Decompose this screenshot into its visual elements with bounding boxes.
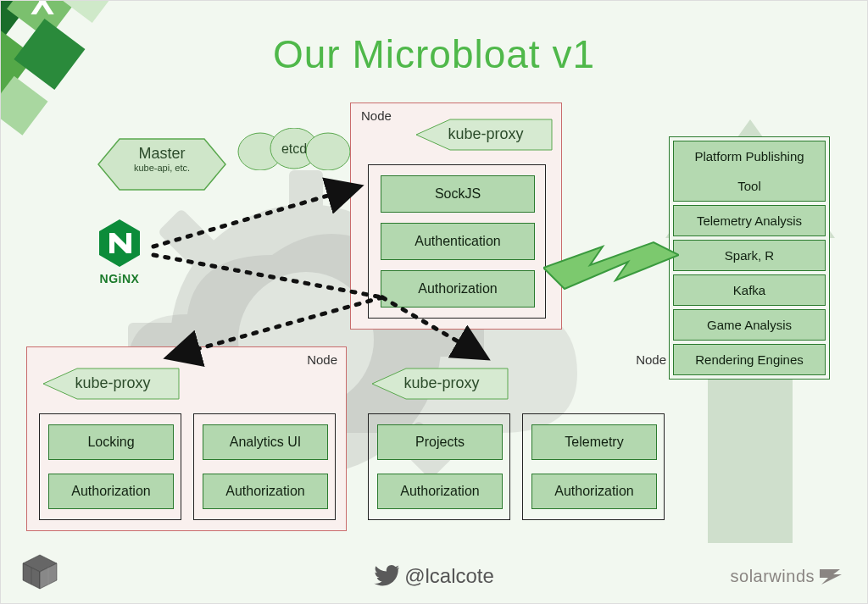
node-bottom-left: Node kube-proxy Locking Authorization An…: [26, 346, 347, 531]
routing-arrows: [145, 170, 509, 374]
service-box: Telemetry: [531, 424, 657, 460]
svg-line-31: [382, 297, 484, 357]
slide-title: Our Microbloat v1: [273, 31, 595, 77]
service-box: Authorization: [48, 474, 174, 509]
lightning-bolt-icon: [543, 230, 679, 314]
svg-text:X: X: [31, 0, 54, 22]
twitter-handle: @lcalcote: [374, 564, 494, 588]
node-label: Node: [361, 108, 392, 123]
vendor-logo: solarwinds: [731, 567, 842, 586]
stack-item: Platform Publishing: [673, 141, 826, 171]
svg-line-29: [153, 255, 382, 297]
solarwinds-flag-icon: [818, 568, 842, 586]
nginx-word: NGiNX: [86, 272, 153, 285]
etcd-shape: etcd: [235, 128, 353, 170]
pod: Analytics UI Authorization: [193, 413, 336, 520]
etcd-label: etcd: [281, 141, 307, 156]
node-label: Node: [636, 352, 666, 367]
stack-item: Game Analysis: [673, 309, 826, 341]
svg-rect-3: [14, 19, 85, 90]
svg-line-28: [153, 187, 357, 247]
svg-point-21: [306, 133, 350, 170]
analysis-stack: Platform Publishing Tool Telemetry Analy…: [669, 136, 830, 380]
pod: Telemetry Authorization: [522, 413, 665, 520]
kube-proxy-label: kube-proxy: [412, 117, 556, 151]
stack-item: Tool: [673, 171, 826, 202]
stack-item: Kafka: [673, 274, 826, 306]
stack-item: Telemetry Analysis: [673, 205, 826, 236]
stack-item: Spark, R: [673, 240, 826, 271]
pod: Locking Authorization: [39, 413, 181, 520]
service-box: Analytics UI: [203, 424, 328, 460]
nginx-logo: NGiNX: [86, 218, 153, 285]
cube-icon: [14, 551, 65, 593]
kube-proxy-shape: kube-proxy: [412, 117, 556, 152]
pod: Projects Authorization: [368, 413, 510, 520]
stack-item: Rendering Engines: [673, 344, 826, 375]
service-box: Authorization: [203, 474, 328, 509]
twitter-bird-icon: [374, 565, 399, 587]
service-box: Projects: [377, 424, 503, 460]
master-title: Master: [86, 135, 238, 163]
service-box: Authorization: [531, 474, 657, 509]
service-box: Authorization: [377, 474, 503, 509]
svg-marker-27: [543, 242, 679, 289]
svg-line-30: [170, 297, 382, 357]
service-box: Locking: [48, 424, 174, 460]
node-bottom-right: Node kube-proxy Projects Authorization T…: [355, 346, 676, 531]
